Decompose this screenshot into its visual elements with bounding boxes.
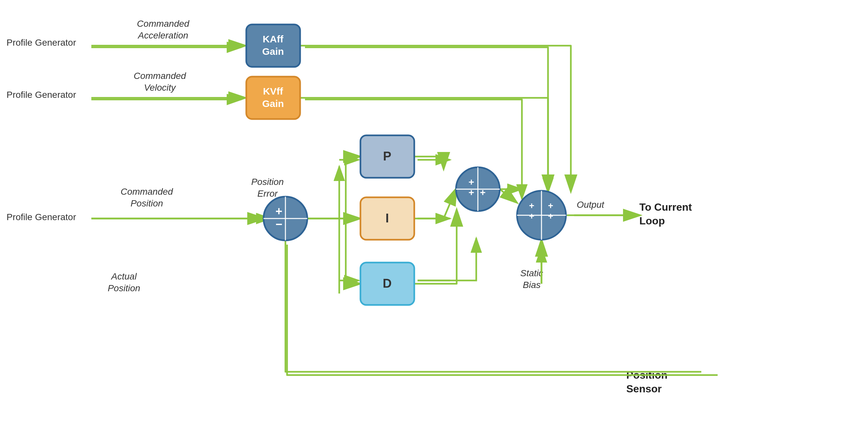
svg-text:+: + xyxy=(529,201,534,211)
svg-text:+: + xyxy=(548,211,553,221)
svg-text:KAff: KAff xyxy=(262,34,283,44)
diagram-container: Profile Generator Profile Generator Prof… xyxy=(0,0,868,423)
main-diagram-svg: KAff Gain KVff Gain P I D + − + + + + + … xyxy=(0,0,868,423)
svg-text:+: + xyxy=(529,211,534,221)
svg-text:KVff: KVff xyxy=(263,86,283,97)
svg-rect-29 xyxy=(246,25,300,67)
svg-text:+: + xyxy=(468,187,474,198)
svg-text:Gain: Gain xyxy=(262,46,284,57)
svg-text:+: + xyxy=(548,201,553,211)
svg-line-26 xyxy=(500,189,516,202)
svg-text:I: I xyxy=(385,212,389,225)
svg-text:+: + xyxy=(468,176,474,187)
svg-line-25 xyxy=(444,189,456,219)
svg-text:−: − xyxy=(275,218,282,231)
svg-text:+: + xyxy=(275,204,282,218)
svg-text:P: P xyxy=(383,150,391,163)
svg-text:+: + xyxy=(480,187,486,198)
svg-text:D: D xyxy=(383,276,392,290)
svg-text:Gain: Gain xyxy=(262,98,284,109)
svg-rect-32 xyxy=(246,77,300,119)
